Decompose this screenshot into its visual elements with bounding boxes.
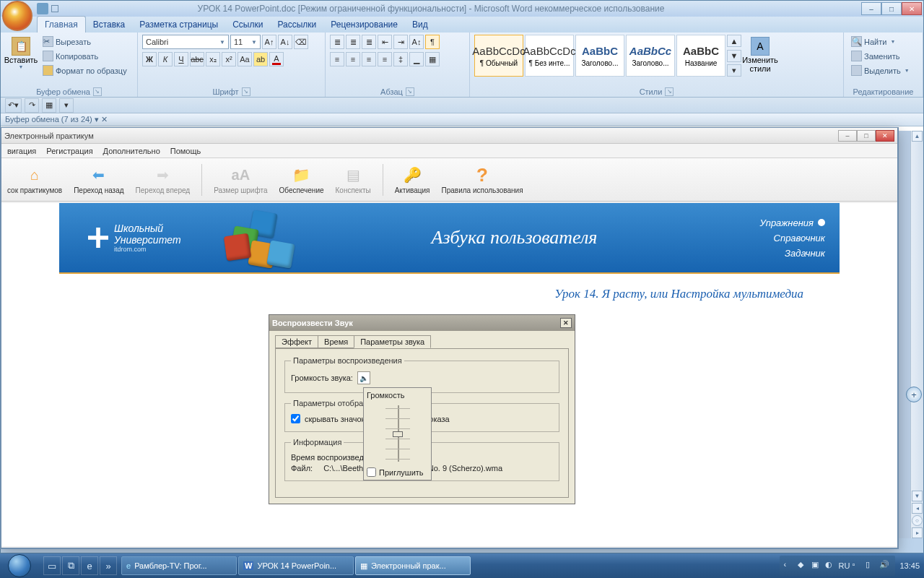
app2-min[interactable]: – [838,130,857,142]
tab-home[interactable]: Главная [37,16,86,33]
clock[interactable]: 13:45 [899,561,920,570]
tray-net-icon[interactable]: ▣ [811,560,823,571]
paste-button[interactable]: 📋 Вставить ▼ [5,35,37,72]
copy-button[interactable]: Копировать [40,49,130,63]
menu-more[interactable]: Дополнительно [103,147,160,155]
cut-button[interactable]: ✂Вырезать [40,35,130,48]
scroll-up[interactable]: ▲ [912,131,923,142]
redo-button[interactable]: ↷ [25,98,39,113]
sort-button[interactable]: A↕ [409,35,424,49]
ql-switch-icon[interactable]: ⧉ [62,556,79,575]
minimize-button[interactable]: – [861,2,881,15]
menu-reg[interactable]: Регистрация [46,147,92,155]
find-button[interactable]: 🔍Найти▼ [848,35,912,48]
case-button[interactable]: Aa [237,52,252,66]
styles-launcher[interactable]: ↘ [665,87,674,96]
tb-fwd[interactable]: ➡Переход вперед [136,165,191,194]
mute-checkbox[interactable] [367,467,376,477]
para-launcher[interactable]: ↘ [406,87,414,96]
tb-list[interactable]: ⌂сок практикумов [7,165,62,194]
tab-sound-params[interactable]: Параметры звука [354,335,431,348]
tab-refs[interactable]: Ссылки [225,17,270,33]
tab-review[interactable]: Рецензирование [323,17,405,33]
quick-access-toolbar[interactable] [37,3,58,14]
maximize-button[interactable]: □ [881,2,902,15]
font-size-combo[interactable]: 11▼ [230,35,261,49]
tb-activate[interactable]: 🔑Активация [395,165,430,194]
tab-mail[interactable]: Рассылки [270,17,323,33]
underline-button[interactable]: Ч [174,52,188,66]
tb-fontsize[interactable]: aAРазмер шрифта [214,165,267,194]
slider-thumb[interactable] [393,431,403,437]
clear-format-button[interactable]: ⌫ [294,35,308,49]
select-button[interactable]: Выделить▼ [848,64,912,77]
tray-battery-icon[interactable]: ▯ [866,560,877,571]
nav-exercises[interactable]: Упражнения [759,217,825,228]
borders-button[interactable]: ▦ [425,52,440,66]
format-painter-button[interactable]: Формат по образцу [40,64,130,77]
highlight-button[interactable]: ab [253,52,268,66]
office-button[interactable] [2,1,32,31]
prev-page[interactable]: ◂ [912,503,923,514]
task-practicum[interactable]: ▦Электронный прак... [355,556,471,575]
qat-down-icon[interactable] [51,5,58,12]
zoom-indicator[interactable]: + [906,387,922,402]
volume-slider[interactable] [367,402,428,465]
dialog-close[interactable]: ✕ [560,318,572,328]
subscript-button[interactable]: x₂ [206,52,220,66]
justify-button[interactable]: ≡ [378,52,392,66]
tray-av-icon[interactable]: ◆ [798,560,809,571]
close-button[interactable]: ✕ [902,2,922,15]
tab-effect[interactable]: Эффект [275,335,318,348]
lang-indicator[interactable]: RU [839,561,850,570]
style-title[interactable]: AaBbCНазвание [676,35,725,77]
shrink-font-button[interactable]: A↓ [278,35,292,49]
clipboard-launcher[interactable]: ↘ [93,87,102,96]
tb-rules[interactable]: ?Правила использования [442,165,523,194]
ql-ie-icon[interactable]: e [81,556,98,575]
tb-back[interactable]: ⬅Переход назад [74,165,123,194]
tab-time[interactable]: Время [318,335,354,348]
start-button[interactable] [0,553,39,578]
font-color-button[interactable]: A [269,52,284,66]
app2-close[interactable]: ✕ [876,130,894,142]
undo-button[interactable]: ↶▾ [5,98,22,113]
style-nospacing[interactable]: AaBbCcDc¶ Без инте... [525,35,574,77]
app2-body[interactable]: Школьный Университет itdrom.com Азбука п… [1,203,897,546]
font-launcher[interactable]: ↘ [242,87,250,96]
ql-more-icon[interactable]: » [100,556,117,575]
task-browser[interactable]: eРамблер-TV: Прог... [121,556,237,575]
tray-arrow-icon[interactable]: ‹ [784,560,796,571]
style-h2[interactable]: AaBbCcЗаголово... [626,35,675,77]
font-name-combo[interactable]: Calibri▼ [142,35,229,49]
qat-4[interactable]: ▾ [59,98,74,113]
vscrollbar[interactable]: ▲ ▼ ◂ ○ ▸ [910,131,923,538]
indent-dec-button[interactable]: ⇤ [378,35,392,49]
scroll-down[interactable]: ▼ [912,491,923,501]
bullets-button[interactable]: ≣ [330,35,344,49]
tab-view[interactable]: Вид [405,17,435,33]
style-h1[interactable]: AaBbCЗаголово... [575,35,624,77]
menu-nav[interactable]: вигация [7,147,36,155]
tray-update-icon[interactable]: ◐ [825,560,837,571]
line-spacing-button[interactable]: ‡ [393,52,408,66]
change-styles-button[interactable]: A Изменить стили [738,35,782,75]
app2-max[interactable]: □ [857,130,876,142]
shading-button[interactable]: ▁ [409,52,424,66]
superscript-button[interactable]: x² [222,52,236,66]
menu-help[interactable]: Помощь [170,147,201,155]
task-word[interactable]: WУРОК 14 PowerPoin... [238,556,354,575]
tb-notes[interactable]: ▤Конспекты [336,165,371,194]
indent-inc-button[interactable]: ⇥ [393,35,408,49]
multilist-button[interactable]: ≣ [362,35,376,49]
strike-button[interactable]: abc [190,52,204,66]
tab-insert[interactable]: Вставка [86,17,133,33]
mute-row[interactable]: Приглушить [367,467,428,477]
next-page[interactable]: ▸ [912,527,923,538]
qat-save-icon[interactable] [37,3,48,14]
speaker-button[interactable]: 🔈 [357,371,370,384]
align-center-button[interactable]: ≡ [346,52,360,66]
italic-button[interactable]: К [158,52,173,66]
grow-font-button[interactable]: A↑ [262,35,276,49]
qat-3[interactable]: ▦ [42,98,56,113]
